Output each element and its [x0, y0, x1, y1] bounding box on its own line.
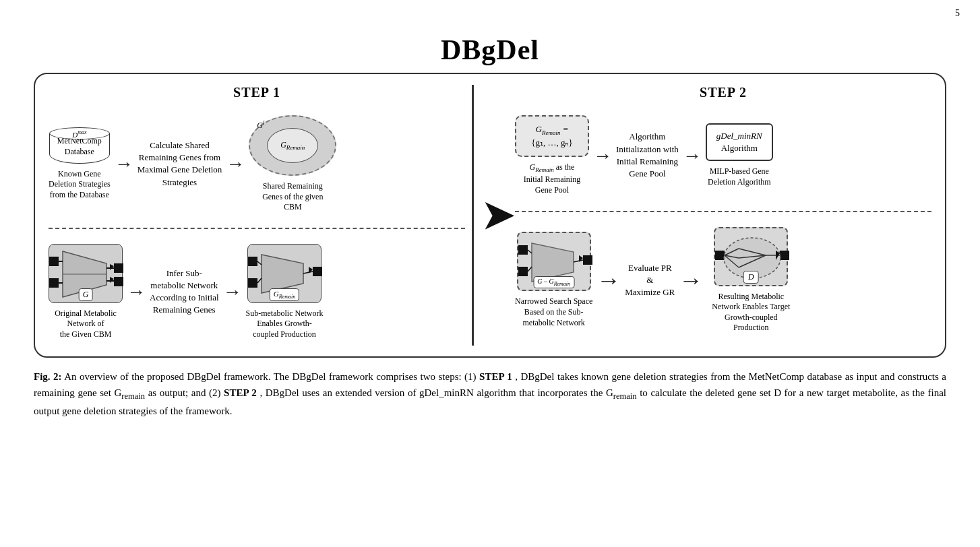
- svg-marker-10: [110, 264, 114, 270]
- db-dmax-label: Dmax: [72, 129, 86, 139]
- svg-line-16: [257, 261, 262, 265]
- step1-top-text: Calculate SharedRemaining Genes fromMaxi…: [137, 139, 222, 189]
- svg-rect-29: [780, 251, 789, 260]
- narrowed-network-container: G – GRemain Narrowed Search SpaceBased o…: [515, 232, 592, 328]
- narrowed-network-box: G – GRemain: [517, 232, 591, 291]
- svg-rect-0: [49, 257, 59, 266]
- gdel-algo-label: Algorithm: [721, 143, 758, 153]
- svg-rect-12: [248, 257, 257, 266]
- arrow-db-to-text: →: [115, 153, 133, 174]
- step2-section: STEP 2 GRemain = {g₁, …, gₙ} GRemain as …: [515, 85, 931, 346]
- step2-h-divider: [515, 211, 931, 212]
- svg-marker-27: [579, 255, 583, 262]
- step-divider: [472, 85, 474, 346]
- page-number: 5: [955, 8, 960, 19]
- arrow-formula-to-algo: →: [593, 145, 612, 166]
- svg-rect-21: [518, 267, 528, 276]
- gl-label: Gl: [257, 119, 264, 131]
- caption: Fig. 2: An overview of the proposed DBgD…: [27, 368, 953, 419]
- subnetwork-box: GRemain: [247, 244, 321, 303]
- svg-rect-20: [518, 245, 528, 255]
- subnetwork-caption: Sub-metabolic NetworkEnables Growth-coup…: [246, 309, 324, 340]
- step2-top-row: GRemain = {g₁, …, gₙ} GRemain as theInit…: [515, 110, 931, 201]
- step1-label: STEP 1: [49, 85, 465, 100]
- center-arrow: ➤: [482, 85, 514, 346]
- step1-h-divider: [49, 228, 465, 229]
- svg-rect-3: [114, 277, 123, 286]
- step2-label: STEP 2: [515, 85, 931, 100]
- gremain-formula-box: GRemain = {g₁, …, gₙ}: [515, 115, 589, 157]
- svg-marker-19: [309, 267, 313, 274]
- g-gremain-label-box: G – GRemain: [533, 276, 574, 288]
- gdel-container: gDel_minRN Algorithm MILP-based GeneDele…: [706, 123, 773, 188]
- step2-bottom-row: G – GRemain Narrowed Search SpaceBased o…: [515, 222, 931, 339]
- result-caption: Resulting MetabolicNetwork Enables Targe…: [707, 292, 795, 333]
- step1-top-row: Dmax MetNetCompDatabase Known GeneDeleti…: [49, 110, 465, 218]
- step2-bottom-text: Evaluate PR&Maximize GR: [625, 262, 675, 299]
- gremain-label: GRemain: [280, 140, 305, 151]
- step2-top-text: AlgorithmInitialization withInitial Rema…: [616, 131, 679, 180]
- oval-inner: GRemain: [267, 128, 318, 163]
- gdel-box: gDel_minRN Algorithm: [706, 123, 773, 161]
- network-g-box: G: [49, 244, 123, 303]
- svg-rect-28: [715, 251, 725, 260]
- original-network: G Original MetabolicNetwork ofthe Given …: [49, 244, 123, 340]
- main-title: DBgDel: [27, 34, 953, 66]
- svg-line-17: [257, 278, 262, 283]
- arrow-algo-to-box: →: [683, 145, 702, 166]
- gremain-label-box: GRemain: [270, 288, 299, 301]
- oval-outer: Gl GRemain: [249, 115, 336, 176]
- oval-caption: Shared RemainingGenes of the givenCBM: [262, 181, 323, 213]
- svg-rect-14: [313, 267, 322, 276]
- svg-line-26: [574, 260, 583, 262]
- gremain-formula-container: GRemain = {g₁, …, gₙ} GRemain as theInit…: [515, 115, 589, 196]
- result-network-box: D: [714, 227, 788, 286]
- formula-line2: {g₁, …, gₙ}: [523, 137, 581, 149]
- g-label-box: G: [79, 288, 93, 301]
- svg-rect-1: [49, 278, 59, 288]
- db-cylinder: Dmax MetNetCompDatabase: [49, 127, 110, 163]
- arrow-text-to-subnetwork: →: [223, 281, 242, 302]
- db-shape: Dmax MetNetCompDatabase Known GeneDeleti…: [49, 127, 111, 200]
- svg-rect-13: [248, 278, 257, 288]
- original-network-caption: Original MetabolicNetwork ofthe Given CB…: [55, 309, 117, 340]
- gremain-pool-caption: GRemain as theInitial RemainingGene Pool: [524, 162, 580, 195]
- formula-line1: GRemain =: [523, 123, 581, 137]
- diagram-container: STEP 1 Dmax MetNetCompDatabase Known Gen…: [34, 73, 946, 358]
- step1-bottom-row: G Original MetabolicNetwork ofthe Given …: [49, 238, 465, 346]
- milp-caption: MILP-based GeneDeletion Algorithm: [708, 166, 771, 187]
- svg-marker-15: [262, 255, 303, 293]
- svg-marker-11: [110, 277, 114, 283]
- step1-bottom-text: Infer Sub-metabolic NetworkAccording to …: [150, 267, 219, 317]
- svg-rect-22: [583, 255, 592, 265]
- fig-label: Fig. 2:: [34, 371, 62, 382]
- caption-text1: An overview of the proposed DBgDel frame…: [64, 371, 479, 382]
- arrow-text-to-oval: →: [226, 153, 245, 174]
- subnetwork-container: GRemain Sub-metabolic NetworkEnables Gro…: [246, 244, 324, 340]
- svg-line-18: [303, 271, 313, 274]
- d-label-box: D: [743, 271, 759, 284]
- arrow-g-to-text: →: [127, 281, 146, 302]
- result-network-container: D Resulting MetabolicNetwork Enables Tar…: [707, 227, 795, 333]
- step1-section: STEP 1 Dmax MetNetCompDatabase Known Gen…: [49, 85, 465, 346]
- oval-container: Gl GRemain Shared RemainingGenes of the …: [249, 115, 336, 213]
- arrow-narrowed-to-eval: →: [596, 266, 621, 294]
- narrowed-caption: Narrowed Search SpaceBased on the Sub-me…: [515, 296, 592, 328]
- arrow-eval-to-result: →: [679, 266, 703, 294]
- db-name-label: MetNetCompDatabase: [57, 136, 102, 157]
- db-caption: Known GeneDeletion Strategiesfrom the Da…: [49, 169, 111, 201]
- caption-step1: STEP 1: [479, 371, 512, 382]
- svg-line-24: [528, 250, 532, 253]
- svg-rect-2: [114, 263, 123, 273]
- gdel-label: gDel_minRN: [716, 131, 762, 141]
- svg-line-25: [528, 267, 532, 271]
- caption-step2: STEP 2: [224, 387, 257, 398]
